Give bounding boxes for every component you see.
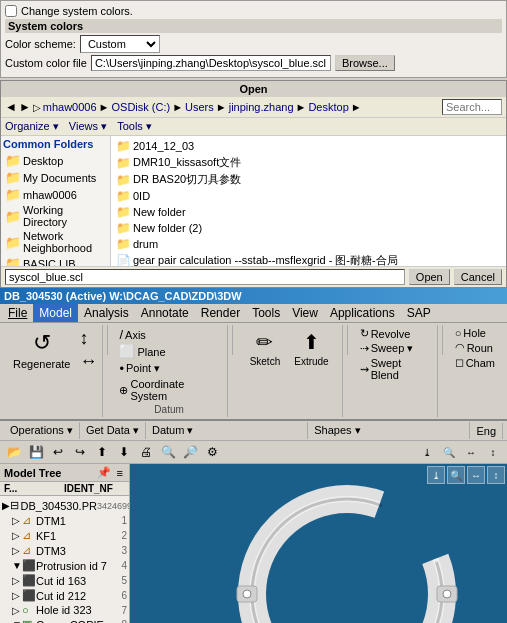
datum-dropdown[interactable]: Datum ▾	[146, 422, 308, 439]
print-icon[interactable]: 🖨	[136, 442, 156, 462]
tree-item-hole323[interactable]: ▷ ○ Hole id 323 7	[2, 603, 127, 617]
extrude-button[interactable]: ⬆ Extrude	[289, 327, 333, 370]
browse-button[interactable]: Browse...	[335, 55, 395, 71]
vp-pan-v-btn[interactable]: ↕	[487, 466, 505, 484]
regen-sub1-icon[interactable]: ↕	[80, 328, 98, 349]
plane-button[interactable]: ⬜ Plane	[119, 344, 165, 359]
custom-color-file-input[interactable]	[91, 55, 331, 71]
tree-item-group[interactable]: ▼ ▣ Group COPIE 8	[2, 617, 127, 623]
right-item-drum[interactable]: 📁 drum	[113, 236, 504, 252]
zoom-in-icon[interactable]: 🔍	[158, 442, 178, 462]
change-colors-checkbox[interactable]	[5, 5, 17, 17]
down-icon[interactable]: ⬇	[114, 442, 134, 462]
right-item-2014[interactable]: 📁 2014_12_03	[113, 138, 504, 154]
right-item-dmr10[interactable]: 📁 DMR10_kissasoft文件	[113, 154, 504, 171]
settings-icon[interactable]: ⚙	[202, 442, 222, 462]
left-item-network[interactable]: 📁 Network Neighborhood	[3, 229, 108, 255]
path-osdisk[interactable]: OSDisk (C:)	[112, 101, 171, 113]
tree-item-protrusion[interactable]: ▼ ⬛ Protrusion id 7 4	[2, 558, 127, 573]
viewport[interactable]: ⤓ 🔍 ↔ ↕	[130, 464, 507, 623]
operations-dropdown[interactable]: Operations ▾	[4, 422, 80, 439]
left-item-desktop[interactable]: 📁 Desktop	[3, 152, 108, 169]
menu-sap[interactable]: SAP	[401, 304, 437, 322]
tree-pin-icon[interactable]: 📌	[95, 466, 113, 479]
menu-applications[interactable]: Applications	[324, 304, 401, 322]
left-item-working[interactable]: 📁 Working Directory	[3, 203, 108, 229]
right-item-dr[interactable]: 📁 DR BAS20切刀具参数	[113, 171, 504, 188]
eng-dropdown[interactable]: Eng	[470, 423, 503, 439]
path-desktop[interactable]: Desktop	[308, 101, 348, 113]
file-name-input[interactable]	[5, 269, 405, 285]
chamfer-button[interactable]: ◻ Cham	[455, 356, 495, 369]
hole-button[interactable]: ○ Hole	[455, 327, 486, 339]
left-item-mhaw[interactable]: 📁 mhaw0006	[3, 186, 108, 203]
tree-item-cut212[interactable]: ▷ ⬛ Cut id 212 6	[2, 588, 127, 603]
get-data-dropdown[interactable]: Get Data ▾	[80, 422, 146, 439]
tree-item-dtm1[interactable]: ▷ ⊿ DTM1 1	[2, 513, 127, 528]
menu-view[interactable]: View	[286, 304, 324, 322]
path-jinping[interactable]: jinping.zhang	[229, 101, 294, 113]
dialog-open-button[interactable]: Open	[409, 269, 450, 285]
menu-model[interactable]: Model	[33, 304, 78, 322]
folder-icon-mhaw: 📁	[5, 187, 21, 202]
right-item-newfolder[interactable]: 📁 New folder	[113, 204, 504, 220]
tree-item-kf1[interactable]: ▷ ⊿ KF1 2	[2, 528, 127, 543]
swept-blend-button[interactable]: ⇝ Swept Blend	[360, 357, 429, 381]
organize-button[interactable]: Organize ▾	[5, 120, 59, 133]
point-button[interactable]: • Point ▾	[119, 361, 160, 376]
sweep-button[interactable]: ⇢ Sweep ▾	[360, 342, 414, 355]
vp-icon-2[interactable]: 🔍	[439, 442, 459, 462]
right-item-0id[interactable]: 📁 0ID	[113, 188, 504, 204]
coord-system-button[interactable]: ⊕ Coordinate System	[119, 378, 218, 402]
root-expand-icon: ▶	[2, 500, 10, 511]
round-button[interactable]: ◠ Roun	[455, 341, 493, 354]
tree-item-dtm3[interactable]: ▷ ⊿ DTM3 3	[2, 543, 127, 558]
path-mhaw[interactable]: mhaw0006	[43, 101, 97, 113]
vp-pan-h-btn[interactable]: ↔	[467, 466, 485, 484]
new-file-icon[interactable]: 📂	[4, 442, 24, 462]
vp-icon-1[interactable]: ⤓	[417, 442, 437, 462]
tree-item-cut163[interactable]: ▷ ⬛ Cut id 163 5	[2, 573, 127, 588]
vp-icon-4[interactable]: ↕	[483, 442, 503, 462]
sketch-button[interactable]: ✏ Sketch	[245, 327, 286, 370]
search-input[interactable]	[442, 99, 502, 115]
tools-button[interactable]: Tools ▾	[117, 120, 152, 133]
nav-forward-icon[interactable]: ►	[19, 100, 31, 114]
revolve-button[interactable]: ↻ Revolve	[360, 327, 411, 340]
up-icon[interactable]: ⬆	[92, 442, 112, 462]
left-item-mydocs[interactable]: 📁 My Documents	[3, 169, 108, 186]
menu-render[interactable]: Render	[195, 304, 246, 322]
regenerate-button[interactable]: ↺ Regenerate	[8, 327, 76, 373]
dtm1-name: DTM1	[36, 515, 107, 527]
dialog-cancel-button[interactable]: Cancel	[454, 269, 502, 285]
save-icon[interactable]: 💾	[26, 442, 46, 462]
color-scheme-select[interactable]: Custom	[80, 35, 160, 53]
viewport-toolbar: ⤓ 🔍 ↔ ↕	[427, 466, 505, 484]
regen-sub2-icon[interactable]: ↔	[80, 351, 98, 372]
axis-button[interactable]: / Axis	[119, 327, 145, 342]
coord-icon: ⊕	[119, 384, 128, 397]
menu-tools[interactable]: Tools	[246, 304, 286, 322]
zoom-out-icon[interactable]: 🔎	[180, 442, 200, 462]
nav-back-icon[interactable]: ◄	[5, 100, 17, 114]
dialog-footer: Open Cancel	[1, 266, 506, 287]
tree-menu-icon[interactable]: ≡	[115, 467, 125, 479]
shapes-dropdown[interactable]: Shapes ▾	[308, 422, 470, 439]
vp-icon-3[interactable]: ↔	[461, 442, 481, 462]
common-folders-title: Common Folders	[3, 138, 108, 150]
menu-analysis[interactable]: Analysis	[78, 304, 135, 322]
tree-item-root[interactable]: ▶ ⊟ DB_304530.PR 34246999	[2, 498, 127, 513]
menu-annotate[interactable]: Annotate	[135, 304, 195, 322]
menu-file[interactable]: File	[2, 304, 33, 322]
vp-fit-btn[interactable]: ⤓	[427, 466, 445, 484]
left-item-basiclib[interactable]: 📁 BASIC LIB	[3, 255, 108, 266]
operations-toolbar: Operations ▾ Get Data ▾ Datum ▾ Shapes ▾…	[0, 421, 507, 441]
undo-icon[interactable]: ↩	[48, 442, 68, 462]
right-item-gear[interactable]: 📄 gear pair calculation --sstab--msflexg…	[113, 252, 504, 266]
right-item-newfolder2[interactable]: 📁 New folder (2)	[113, 220, 504, 236]
path-users[interactable]: Users	[185, 101, 214, 113]
views-button[interactable]: Views ▾	[69, 120, 107, 133]
redo-icon[interactable]: ↪	[70, 442, 90, 462]
app-titlebar: DB_304530 (Active) W:\DCAG_CAD\ZDD\3DW	[0, 288, 507, 304]
vp-zoom-btn[interactable]: 🔍	[447, 466, 465, 484]
